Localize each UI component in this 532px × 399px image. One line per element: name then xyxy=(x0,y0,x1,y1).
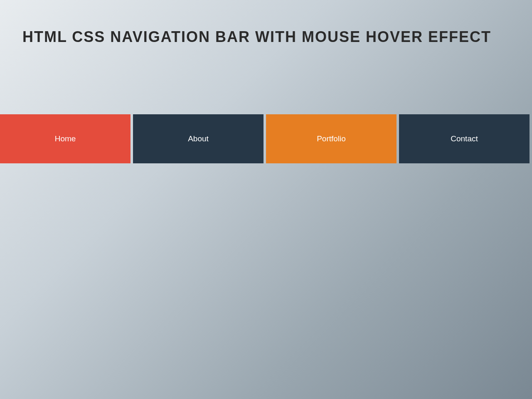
navigation-bar: Home About Portfolio Contact xyxy=(0,114,532,163)
nav-item-contact[interactable]: Contact xyxy=(399,114,530,163)
nav-item-about[interactable]: About xyxy=(133,114,264,163)
page-title: HTML CSS NAVIGATION BAR WITH MOUSE HOVER… xyxy=(0,0,532,46)
nav-item-home[interactable]: Home xyxy=(0,114,131,163)
nav-item-portfolio[interactable]: Portfolio xyxy=(266,114,397,163)
